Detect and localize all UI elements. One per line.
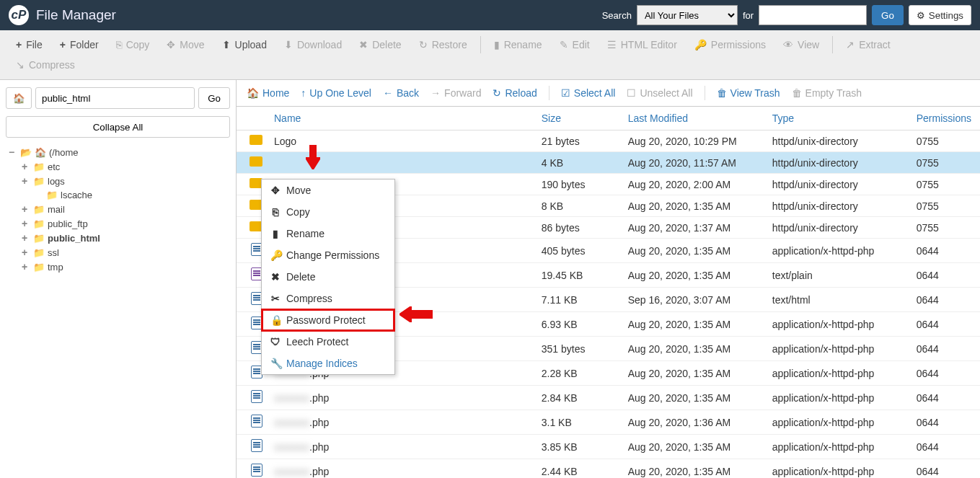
nav-back-button[interactable]: ←Back — [383, 87, 419, 99]
col-type[interactable]: Type — [764, 107, 908, 130]
file-size: 3.85 KB — [533, 435, 619, 459]
table-row[interactable]: xxxxxxx.php3.85 KBAug 20, 2020, 1:35 AMa… — [237, 435, 980, 459]
trash-icon: 🗑 — [792, 87, 802, 99]
search-label: Search — [602, 10, 632, 21]
gear-icon: ⚙ — [917, 10, 925, 21]
file-modified: Aug 20, 2020, 10:29 PM — [619, 130, 764, 152]
permissions-button[interactable]: 🔑Permissions — [686, 35, 774, 55]
nav-select-all-button[interactable]: ☑Select All — [561, 87, 616, 99]
download-button[interactable]: ⬇Download — [275, 35, 350, 55]
nav-unselect-all-button[interactable]: ☐Unselect All — [627, 87, 692, 99]
tree-node[interactable]: 📁lscache — [9, 188, 230, 202]
col-size[interactable]: Size — [533, 107, 619, 130]
menu-item-icon: ✥ — [270, 185, 281, 196]
col-perm[interactable]: Permissions — [908, 107, 980, 130]
path-input[interactable] — [35, 87, 195, 109]
tree-node[interactable]: +📁etc — [9, 159, 230, 174]
search-input[interactable] — [759, 5, 867, 25]
file-size: 86 bytes — [533, 217, 619, 239]
tree-node[interactable]: +📁public_html — [9, 231, 230, 245]
context-menu-item[interactable]: ▮Rename — [262, 223, 394, 244]
file-icon — [251, 390, 262, 403]
file-perm: 0644 — [908, 361, 980, 386]
edit-button[interactable]: ✎Edit — [551, 35, 599, 55]
copy-icon: ⎘ — [116, 39, 122, 50]
html-editor-button[interactable]: ☰HTML Editor — [599, 35, 686, 55]
col-name[interactable]: Name — [265, 107, 533, 130]
menu-item-label: Rename — [286, 228, 325, 239]
context-menu-item[interactable]: ✥Move — [262, 180, 394, 201]
file-perm: 0644 — [908, 239, 980, 263]
compress-button[interactable]: ↘Compress — [7, 55, 84, 75]
table-row[interactable]: xxxxxxx.php2.84 KBAug 20, 2020, 1:35 AMa… — [237, 386, 980, 410]
nav-view-trash-button[interactable]: 🗑View Trash — [717, 87, 780, 99]
menu-item-label: Copy — [286, 206, 310, 218]
context-menu-item[interactable]: 🛡Leech Protect — [262, 331, 394, 353]
cpanel-logo-icon: cP — [9, 5, 29, 25]
nav-forward-button[interactable]: →Forward — [431, 87, 481, 99]
file-size: 2.84 KB — [533, 386, 619, 410]
path-go-button[interactable]: Go — [198, 87, 230, 109]
file-modified: Aug 20, 2020, 1:35 AM — [619, 435, 764, 459]
file-button[interactable]: +File — [7, 35, 51, 55]
folder-icon: 📁 — [33, 262, 45, 273]
restore-button[interactable]: ↻Restore — [410, 35, 476, 55]
context-menu-item[interactable]: 🔑Change Permissions — [262, 244, 394, 266]
delete-button[interactable]: ✖Delete — [350, 35, 410, 55]
menu-item-icon: ▮ — [270, 228, 281, 239]
tree-node[interactable]: +📁ssl — [9, 245, 230, 260]
file-type: application/x-httpd-php — [764, 239, 908, 263]
search-scope-select[interactable]: All Your Files — [637, 5, 738, 25]
tree-node[interactable]: +📁public_ftp — [9, 216, 230, 231]
sidebar: 🏠 Go Collapse All − 📂 🏠 (/home +📁etc+📁lo… — [0, 80, 237, 478]
folder-button[interactable]: +Folder — [51, 35, 107, 55]
nav-empty-trash-button[interactable]: 🗑Empty Trash — [792, 87, 862, 99]
search-go-button[interactable]: Go — [872, 5, 904, 25]
context-menu-item[interactable]: ✂Compress — [262, 288, 394, 309]
context-menu-item[interactable]: ⎘Copy — [262, 201, 394, 223]
file-type: application/x-httpd-php — [764, 312, 908, 337]
upload-button[interactable]: ⬆Upload — [213, 35, 275, 55]
file-perm: 0644 — [908, 410, 980, 435]
nav-up-button[interactable]: ↑Up One Level — [301, 87, 371, 99]
tree-node[interactable]: +📁mail — [9, 202, 230, 216]
extract-button[interactable]: ↗Extract — [837, 35, 899, 55]
download-icon: ⬇ — [284, 39, 293, 50]
nav-home-button[interactable]: 🏠Home — [247, 87, 289, 99]
rename-button[interactable]: ▮Rename — [485, 35, 551, 55]
menu-item-label: Password Protect — [286, 314, 366, 326]
nav-reload-button[interactable]: ↻Reload — [493, 87, 537, 99]
file-modified: Aug 20, 2020, 1:37 AM — [619, 217, 764, 239]
table-row[interactable]: Logo21 bytesAug 20, 2020, 10:29 PMhttpd/… — [237, 130, 980, 152]
file-perm: 0644 — [908, 288, 980, 312]
file-size: 2.28 KB — [533, 361, 619, 386]
menu-item-icon: ✖ — [270, 271, 281, 283]
col-modified[interactable]: Last Modified — [619, 107, 764, 130]
home-path-button[interactable]: 🏠 — [6, 87, 32, 109]
file-size: 351 bytes — [533, 337, 619, 361]
collapse-all-button[interactable]: Collapse All — [6, 116, 230, 138]
file-modified: Aug 20, 2020, 1:35 AM — [619, 361, 764, 386]
table-row[interactable]: xxxxxxx.php2.44 KBAug 20, 2020, 1:35 AMa… — [237, 459, 980, 479]
tree-node[interactable]: +📁logs — [9, 174, 230, 188]
move-button[interactable]: ✥Move — [158, 35, 213, 55]
file-size: 2.44 KB — [533, 459, 619, 479]
context-menu-item[interactable]: 🔧Manage Indices — [262, 353, 394, 374]
table-row[interactable]: 4 KBAug 20, 2020, 11:57 AMhttpd/unix-dir… — [237, 152, 980, 174]
settings-button[interactable]: ⚙ Settings — [909, 5, 971, 25]
copy-button[interactable]: ⎘Copy — [107, 35, 159, 55]
view-button[interactable]: 👁View — [774, 35, 828, 55]
file-modified: Sep 16, 2020, 3:07 AM — [619, 288, 764, 312]
up-arrow-icon: ↑ — [301, 87, 306, 99]
file-perm: 0755 — [908, 217, 980, 239]
menu-item-label: Manage Indices — [286, 358, 358, 369]
app-header: cP File Manager Search All Your Files fo… — [0, 0, 980, 30]
context-menu-item[interactable]: 🔒Password Protect — [262, 309, 394, 331]
tree-node[interactable]: +📁tmp — [9, 260, 230, 274]
file-name: xxxxxxx.php — [274, 392, 329, 404]
table-row[interactable]: xxxxxxx.php3.1 KBAug 20, 2020, 1:36 AMap… — [237, 410, 980, 435]
context-menu-item[interactable]: ✖Delete — [262, 266, 394, 288]
pencil-icon: ✎ — [560, 39, 568, 50]
tree-root[interactable]: − 📂 🏠 (/home — [9, 145, 230, 159]
file-name: xxxxxxx.php — [274, 441, 329, 453]
